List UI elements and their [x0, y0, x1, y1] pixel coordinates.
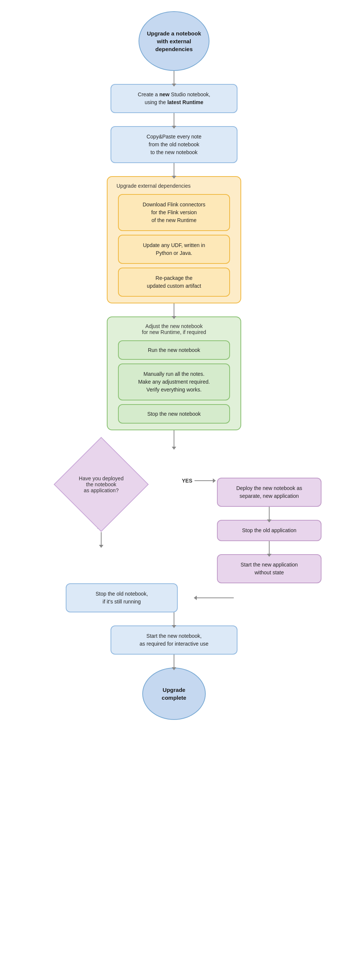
orange-node-2: Update any UDF, written inPython or Java… — [118, 235, 230, 264]
right-branch: Deploy the new notebook asseparate, new … — [213, 478, 325, 583]
diamond-node: Have you deployedthe notebookas applicat… — [64, 447, 139, 522]
stop-old-node: Stop the old notebook,if it's still runn… — [66, 583, 178, 612]
green-container: Adjust the new notebookfor new Runtime, … — [107, 317, 241, 430]
arrow-3 — [174, 163, 174, 176]
right-label-2: Stop the old application — [242, 527, 297, 535]
right-label-1: Deploy the new notebook asseparate, new … — [236, 484, 302, 500]
orange-label-3: Re-package theupdated custom artifact — [147, 274, 201, 290]
branch-section: Have you deployedthe notebookas applicat… — [0, 447, 348, 583]
arrow-no — [101, 532, 102, 545]
green-node-3: Stop the new notebook — [118, 404, 230, 423]
flowchart: Upgrade a notebook with external depende… — [0, 0, 348, 731]
left-arrow — [196, 598, 234, 598]
right-label-3: Start the new applicationwithout state — [241, 561, 298, 577]
merge-arrow — [196, 598, 234, 598]
arrow-1 — [174, 71, 174, 84]
diamond-label: Have you deployedthe notebookas applicat… — [73, 476, 129, 493]
orange-node-3: Re-package theupdated custom artifact — [118, 267, 230, 297]
step1-node: Create a new Studio notebook,using the l… — [110, 84, 238, 113]
merge-row: Stop the old notebook,if it's still runn… — [43, 583, 305, 612]
orange-node-1: Download Flink connectorsfor the Flink v… — [118, 194, 230, 231]
left-merge: Stop the old notebook,if it's still runn… — [43, 583, 200, 612]
arrow-7 — [174, 655, 174, 668]
end-node: Upgradecomplete — [142, 668, 206, 720]
orange-container: Upgrade external dependencies Download F… — [107, 176, 241, 304]
right-node-3: Start the new applicationwithout state — [217, 554, 321, 583]
start-new-node: Start the new notebook,as required for i… — [110, 625, 238, 655]
orange-label-2: Update any UDF, written inPython or Java… — [143, 242, 205, 257]
step1-label: Create a new Studio notebook,using the l… — [138, 91, 210, 107]
green-label-3: Stop the new notebook — [147, 411, 201, 417]
green-label-1: Run the new notebook — [148, 347, 200, 353]
arrow-4 — [174, 304, 174, 317]
start-label: Upgrade a notebook with external depende… — [147, 29, 201, 53]
green-container-label: Adjust the new notebookfor new Runtime, … — [113, 323, 235, 335]
start-new-label: Start the new notebook,as required for i… — [140, 632, 208, 648]
yes-arrow-group: YES — [180, 478, 213, 484]
arrow-5 — [174, 430, 174, 447]
arrow-2 — [174, 113, 174, 126]
yes-branch: YES Deploy the new notebook asseparate, … — [180, 478, 325, 583]
step2-label: Copy&Paste every notefrom the old notebo… — [146, 133, 201, 156]
green-label-2: Manually run all the notes.Make any adju… — [138, 370, 210, 394]
green-node-1: Run the new notebook — [118, 340, 230, 360]
arrow-6 — [174, 612, 174, 625]
orange-label-1: Download Flink connectorsfor the Flink v… — [143, 201, 205, 224]
stop-old-label: Stop the old notebook,if it's still runn… — [96, 590, 148, 606]
yes-arrow — [195, 480, 213, 481]
green-node-2: Manually run all the notes.Make any adju… — [118, 363, 230, 401]
yes-label: YES — [180, 478, 195, 484]
right-arrow-1 — [269, 507, 270, 520]
right-arrow-2 — [269, 541, 270, 554]
end-label: Upgradecomplete — [162, 686, 186, 702]
start-node: Upgrade a notebook with external depende… — [139, 11, 209, 71]
step2-node: Copy&Paste every notefrom the old notebo… — [110, 126, 238, 163]
right-node-1: Deploy the new notebook asseparate, new … — [217, 478, 321, 507]
right-node-2: Stop the old application — [217, 520, 321, 541]
left-branch: Have you deployedthe notebookas applicat… — [23, 447, 180, 545]
orange-container-label: Upgrade external dependencies — [113, 183, 235, 189]
